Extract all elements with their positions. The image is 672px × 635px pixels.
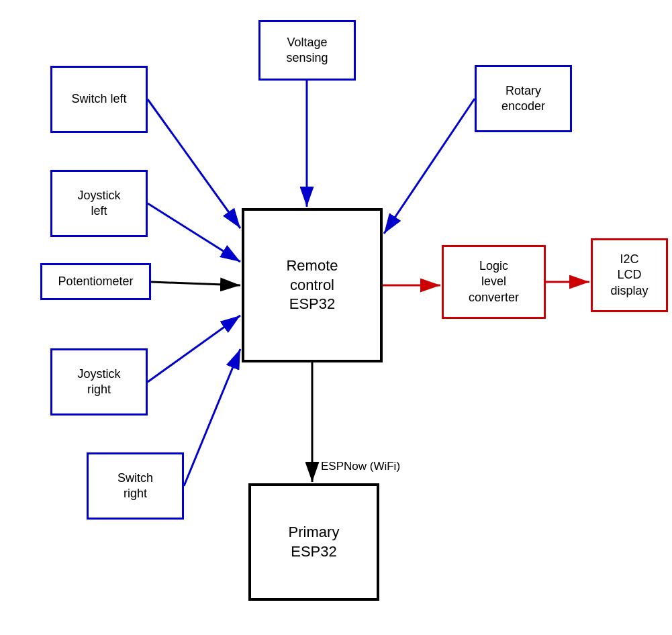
espnow-label: ESPNow (WiFi) [321,460,400,473]
potentiometer-box: Potentiometer [40,263,151,300]
joystick-right-box: Joystickright [50,348,148,416]
rotary-encoder-box: Rotaryencoder [475,65,572,132]
voltage-sensing-box: Voltagesensing [258,20,356,81]
joystick-left-arrow [148,203,240,262]
i2c-lcd-box: I2CLCDdisplay [591,238,668,312]
joystick-right-arrow [148,315,240,382]
remote-control-box: RemotecontrolESP32 [242,208,383,362]
joystick-left-box: Joystickleft [50,170,148,237]
switch-left-box: Switch left [50,66,148,133]
switch-left-arrow [148,99,240,228]
rotary-arrow [384,99,475,234]
primary-esp32-box: PrimaryESP32 [248,483,379,601]
logic-level-box: Logiclevelconverter [442,245,546,319]
switch-right-arrow [184,349,240,486]
switch-right-box: Switchright [87,452,184,520]
potentiometer-arrow [151,282,240,285]
